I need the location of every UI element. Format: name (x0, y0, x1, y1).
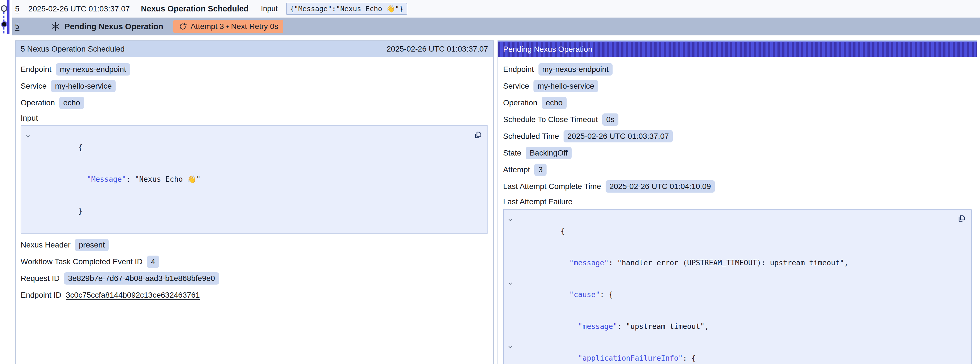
endpoint-badge: my-nexus-endpoint (56, 63, 130, 75)
attempt-retry-badge: Attempt 3 • Next Retry 0s (173, 20, 283, 33)
right-panel-header: Pending Nexus Operation (498, 41, 977, 57)
temporal-event-history-screen: 5 2025-02-26 UTC 01:03:37.07 Nexus Opera… (0, 0, 980, 364)
event-timestamp: 2025-02-26 UTC 01:03:37.07 (29, 5, 130, 13)
collapse-chevron-icon[interactable] (508, 281, 513, 286)
left-panel-timestamp: 2025-02-26 UTC 01:03:37.07 (387, 45, 488, 54)
copy-button[interactable] (956, 214, 966, 224)
input-section-label: Input (21, 114, 488, 123)
collapse-chevron-icon[interactable] (25, 134, 31, 139)
event-row-nexus-operation-scheduled[interactable]: 5 2025-02-26 UTC 01:03:37.07 Nexus Opera… (12, 0, 980, 18)
schedule-to-close-timeout-badge: 0s (602, 113, 619, 126)
right-panel-body: Endpoint my-nexus-endpoint Service my-he… (498, 57, 977, 364)
copy-button[interactable] (473, 131, 482, 141)
left-panel-header: 5 Nexus Operation Scheduled 2025-02-26 U… (16, 41, 493, 57)
field-operation: Operation echo (21, 96, 488, 109)
endpoint-badge: my-nexus-endpoint (538, 63, 612, 75)
operation-badge: echo (542, 97, 566, 109)
nexus-operation-scheduled-panel: 5 Nexus Operation Scheduled 2025-02-26 U… (15, 40, 494, 364)
pending-asterisk-icon (51, 22, 60, 31)
request-id-badge: 3e829b7e-7d67-4b08-aad3-b1e868bfe9e0 (64, 272, 219, 284)
last-attempt-failure-label: Last Attempt Failure (503, 197, 972, 206)
pending-nexus-operation-panel: Pending Nexus Operation Endpoint my-nexu… (498, 40, 977, 364)
event-row-pending-nexus-operation[interactable]: 5 Pending Nexus Operation Attempt 3 • Ne… (12, 18, 980, 35)
json-line: { (24, 132, 465, 163)
active-event-indicator-bar (7, 0, 10, 34)
event-id-link[interactable]: 5 (15, 5, 19, 13)
timeline-current-dot-icon (1, 21, 7, 27)
json-line: } (24, 195, 465, 227)
json-line: "message": "handler error (UPSTREAM_TIME… (507, 247, 949, 279)
field-state: State BackingOff (503, 147, 972, 160)
field-service: Service my-hello-service (503, 80, 972, 93)
retry-refresh-icon (178, 22, 187, 31)
collapse-chevron-icon[interactable] (508, 345, 513, 349)
field-service: Service my-hello-service (21, 80, 488, 93)
endpoint-id-link[interactable]: 3c0c75ccfa8144b092c13ce632463761 (66, 291, 200, 300)
operation-badge: echo (59, 97, 84, 109)
last-attempt-complete-time-badge: 2025-02-26 UTC 01:04:10.09 (606, 180, 715, 193)
last-attempt-failure-json-block: { "message": "handler error (UPSTREAM_TI… (503, 209, 972, 364)
event-id-link[interactable]: 5 (15, 22, 19, 31)
state-badge: BackingOff (526, 147, 571, 159)
field-scheduled-time: Scheduled Time 2025-02-26 UTC 01:03:37.0… (503, 130, 972, 143)
json-line: "applicationFailureInfo": { (507, 342, 949, 364)
attempt-badge: 3 (534, 164, 547, 176)
copy-icon (956, 214, 966, 224)
timeline-open-circle-icon (1, 5, 7, 12)
left-panel-body: Endpoint my-nexus-endpoint Service my-he… (16, 57, 493, 308)
wft-completed-event-id-badge: 4 (147, 255, 159, 268)
json-line: "cause": { (507, 279, 949, 310)
event-input-label: Input (261, 5, 278, 13)
event-title: Nexus Operation Scheduled (141, 4, 249, 13)
field-operation: Operation echo (503, 96, 972, 109)
field-workflow-task-completed-event-id: Workflow Task Completed Event ID 4 (21, 255, 488, 268)
json-line: "message": "upstream timeout", (507, 310, 949, 342)
collapse-chevron-icon[interactable] (508, 218, 513, 222)
field-attempt: Attempt 3 (503, 163, 972, 176)
json-line: "Message": "Nexus Echo 👋" (24, 163, 465, 195)
scheduled-time-badge: 2025-02-26 UTC 01:03:37.07 (563, 130, 673, 142)
field-endpoint: Endpoint my-nexus-endpoint (21, 63, 488, 76)
right-panel-title: Pending Nexus Operation (503, 45, 592, 54)
nexus-header-badge: present (75, 239, 109, 251)
field-endpoint-id: Endpoint ID 3c0c75ccfa8144b092c13ce63246… (21, 289, 488, 302)
field-schedule-to-close-timeout: Schedule To Close Timeout 0s (503, 113, 972, 126)
field-request-id: Request ID 3e829b7e-7d67-4b08-aad3-b1e86… (21, 272, 488, 285)
input-json-block: { "Message": "Nexus Echo 👋" } (21, 125, 488, 233)
attempt-retry-text: Attempt 3 • Next Retry 0s (191, 22, 278, 31)
field-endpoint: Endpoint my-nexus-endpoint (503, 63, 972, 76)
event-input-chip: {"Message":"Nexus Echo 👋"} (286, 3, 407, 15)
field-nexus-header: Nexus Header present (21, 239, 488, 251)
json-line: { (507, 215, 949, 247)
pending-event-title: Pending Nexus Operation (65, 22, 164, 31)
left-panel-title: 5 Nexus Operation Scheduled (21, 45, 125, 54)
copy-icon (473, 131, 482, 140)
field-last-attempt-complete-time: Last Attempt Complete Time 2025-02-26 UT… (503, 180, 972, 193)
service-badge: my-hello-service (533, 80, 598, 92)
service-badge: my-hello-service (51, 80, 116, 92)
